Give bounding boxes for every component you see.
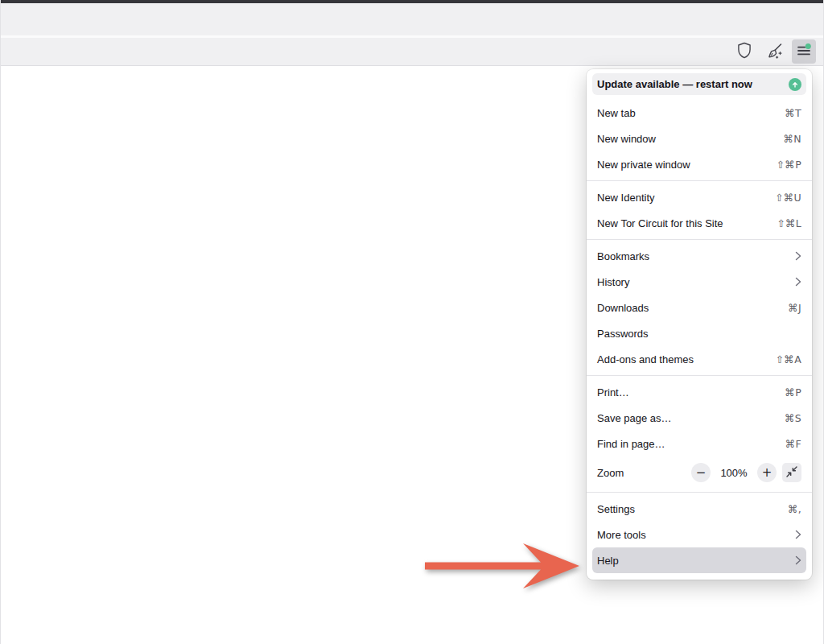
menu-item-shortcut: ⇧⌘U [775, 192, 801, 204]
menu-separator [587, 492, 812, 493]
menu-item-bookmarks[interactable]: Bookmarks [592, 243, 806, 269]
zoom-level-value: 100% [716, 467, 752, 479]
menu-item-shortcut: ⇧⌘A [776, 353, 801, 365]
chevron-right-icon [795, 555, 801, 565]
menu-item-save-page-as[interactable]: Save page as… ⌘S [592, 405, 806, 431]
menu-item-addons-themes[interactable]: Add-ons and themes ⇧⌘A [592, 346, 806, 372]
zoom-controls: − 100% + [691, 463, 801, 482]
menu-item-help[interactable]: Help [592, 547, 806, 573]
new-identity-button[interactable] [762, 39, 786, 64]
menu-item-passwords[interactable]: Passwords [592, 320, 806, 346]
menu-item-shortcut: ⌘T [785, 107, 801, 119]
fullscreen-icon [786, 466, 797, 480]
toolbar-icon-group [732, 39, 816, 64]
menu-item-label: New private window [597, 159, 777, 171]
menu-item-label: Print… [597, 386, 785, 398]
menu-item-label: Bookmarks [597, 250, 795, 262]
chevron-right-icon [795, 530, 801, 539]
hamburger-menu-button[interactable] [792, 39, 816, 64]
arrow-up-circle-icon [789, 78, 801, 91]
menu-item-label: Find in page… [597, 438, 785, 450]
menu-item-new-identity[interactable]: New Identity ⇧⌘U [592, 184, 806, 210]
menu-separator [587, 239, 812, 240]
menu-item-shortcut: ⌘J [788, 302, 801, 314]
menu-item-new-window[interactable]: New window ⌘N [592, 126, 806, 151]
menu-separator [587, 180, 812, 181]
fullscreen-toggle-button[interactable] [782, 463, 801, 482]
menu-item-label: Save page as… [597, 412, 785, 424]
menu-item-label: Passwords [597, 328, 801, 340]
menu-item-settings[interactable]: Settings ⌘, [592, 496, 806, 522]
menu-item-print[interactable]: Print… ⌘P [592, 379, 806, 405]
menu-item-label: More tools [597, 529, 795, 541]
navigation-toolbar [1, 38, 823, 66]
menu-item-label: New window [597, 133, 784, 145]
menu-item-new-private-window[interactable]: New private window ⇧⌘P [592, 151, 806, 177]
menu-item-label: Settings [597, 503, 788, 515]
menu-item-label: Help [597, 555, 795, 567]
app-menu-popup: Update available — restart now New tab ⌘… [587, 69, 812, 580]
menu-item-shortcut: ⇧⌘L [777, 217, 801, 229]
menu-separator [587, 375, 812, 376]
menu-item-downloads[interactable]: Downloads ⌘J [592, 295, 806, 320]
broom-icon [765, 42, 783, 62]
menu-item-shortcut: ⇧⌘P [777, 159, 801, 171]
menu-item-more-tools[interactable]: More tools [592, 522, 806, 547]
shield-icon [736, 42, 752, 61]
zoom-in-button[interactable]: + [757, 463, 777, 482]
menu-item-shortcut: ⌘P [785, 386, 801, 398]
menu-item-label: Zoom [597, 467, 691, 479]
zoom-out-button[interactable]: − [691, 463, 711, 482]
menu-item-label: New tab [597, 107, 785, 119]
menu-item-history[interactable]: History [592, 269, 806, 295]
menu-item-new-tab[interactable]: New tab ⌘T [592, 100, 806, 126]
menu-item-label: History [597, 276, 795, 288]
menu-item-label: Add-ons and themes [597, 353, 776, 365]
chevron-right-icon [795, 277, 801, 287]
chevron-right-icon [795, 251, 801, 261]
menu-item-label: Downloads [597, 302, 788, 314]
menu-item-zoom: Zoom − 100% + [592, 456, 806, 489]
menu-item-label: New Identity [597, 192, 775, 204]
shield-button[interactable] [732, 39, 756, 64]
menu-item-shortcut: ⌘, [788, 503, 801, 515]
hamburger-menu-icon [796, 43, 812, 60]
update-banner-label: Update available — restart now [597, 78, 789, 90]
menu-item-find-in-page[interactable]: Find in page… ⌘F [592, 431, 806, 456]
tab-bar [1, 3, 823, 35]
menu-item-new-tor-circuit[interactable]: New Tor Circuit for this Site ⇧⌘L [592, 210, 806, 236]
red-annotation-arrow [422, 534, 584, 600]
menu-item-shortcut: ⌘N [784, 133, 801, 145]
menu-item-label: New Tor Circuit for this Site [597, 217, 777, 229]
menu-item-shortcut: ⌘F [785, 438, 801, 450]
menu-item-shortcut: ⌘S [785, 412, 801, 424]
update-available-banner[interactable]: Update available — restart now [592, 73, 806, 95]
update-badge-dot [805, 43, 811, 49]
